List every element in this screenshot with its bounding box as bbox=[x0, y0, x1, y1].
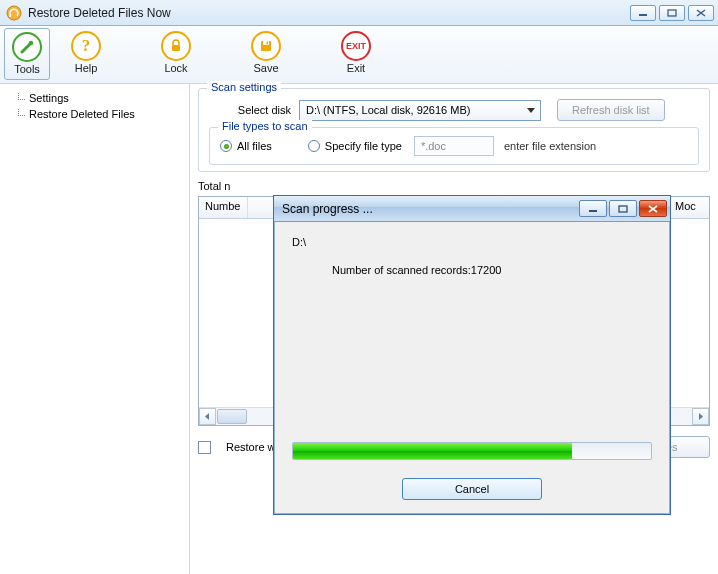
help-icon: ? bbox=[71, 31, 101, 61]
dialog-titlebar: Scan progress ... bbox=[274, 196, 670, 222]
all-files-radio[interactable] bbox=[220, 140, 232, 152]
progress-bar-fill bbox=[293, 443, 572, 459]
save-label: Save bbox=[242, 62, 290, 74]
help-button[interactable]: ? Help bbox=[62, 28, 110, 82]
tools-icon bbox=[12, 32, 42, 62]
restore-original-path-checkbox[interactable] bbox=[198, 441, 211, 454]
window-title: Restore Deleted Files Now bbox=[28, 6, 630, 20]
tools-label: Tools bbox=[5, 63, 49, 75]
svg-rect-4 bbox=[172, 45, 180, 51]
all-files-label: All files bbox=[237, 140, 272, 152]
scanning-path: D:\ bbox=[292, 236, 652, 248]
file-extension-hint: enter file extension bbox=[504, 140, 596, 152]
exit-button[interactable]: EXIT Exit bbox=[332, 28, 380, 82]
lock-icon bbox=[161, 31, 191, 61]
dialog-title: Scan progress ... bbox=[282, 202, 577, 216]
select-disk-value: D:\ (NTFS, Local disk, 92616 MB) bbox=[306, 104, 470, 116]
svg-rect-9 bbox=[619, 206, 627, 212]
tools-button[interactable]: Tools bbox=[4, 28, 50, 80]
svg-point-0 bbox=[7, 6, 21, 20]
progress-bar bbox=[292, 442, 652, 460]
dialog-body: D:\ Number of scanned records:17200 bbox=[274, 222, 670, 290]
select-disk-label: Select disk bbox=[209, 104, 299, 116]
file-extension-input[interactable]: *.doc bbox=[414, 136, 494, 156]
sidebar-item-settings[interactable]: Settings bbox=[4, 90, 185, 106]
lock-label: Lock bbox=[152, 62, 200, 74]
file-types-group: File types to scan All files Specify fil… bbox=[209, 127, 699, 165]
scroll-right-icon[interactable] bbox=[692, 408, 709, 425]
close-button[interactable] bbox=[688, 5, 714, 21]
scan-progress-dialog: Scan progress ... D:\ Number of scanned … bbox=[273, 195, 671, 515]
sidebar-item-label: Settings bbox=[29, 92, 69, 104]
select-disk-dropdown[interactable]: D:\ (NTFS, Local disk, 92616 MB) bbox=[299, 100, 541, 121]
specify-type-radio[interactable] bbox=[308, 140, 320, 152]
specify-type-label: Specify file type bbox=[325, 140, 402, 152]
svg-rect-1 bbox=[639, 14, 647, 16]
toolbar: Tools ? Help Lock Save EXIT Exit bbox=[0, 26, 718, 84]
scanned-records-line: Number of scanned records:17200 bbox=[292, 264, 652, 276]
svg-rect-7 bbox=[267, 42, 269, 45]
column-modified[interactable]: Moc bbox=[669, 197, 709, 218]
scan-settings-legend: Scan settings bbox=[207, 81, 281, 93]
lock-button[interactable]: Lock bbox=[152, 28, 200, 82]
svg-point-3 bbox=[29, 41, 34, 46]
svg-rect-2 bbox=[668, 10, 676, 16]
dialog-close-button[interactable] bbox=[639, 200, 667, 217]
file-types-legend: File types to scan bbox=[218, 120, 312, 132]
file-extension-placeholder: *.doc bbox=[421, 140, 446, 152]
cancel-button[interactable]: Cancel bbox=[402, 478, 542, 500]
sidebar: Settings Restore Deleted Files bbox=[0, 84, 190, 574]
exit-icon: EXIT bbox=[341, 31, 371, 61]
scan-settings-group: Scan settings Select disk D:\ (NTFS, Loc… bbox=[198, 88, 710, 172]
save-button[interactable]: Save bbox=[242, 28, 290, 82]
refresh-disk-button[interactable]: Refresh disk list bbox=[557, 99, 665, 121]
column-number[interactable]: Numbe bbox=[199, 197, 248, 218]
dialog-maximize-button[interactable] bbox=[609, 200, 637, 217]
svg-rect-8 bbox=[589, 210, 597, 212]
maximize-button[interactable] bbox=[659, 5, 685, 21]
scanned-records-label: Number of scanned records: bbox=[332, 264, 471, 276]
scanned-records-count: 17200 bbox=[471, 264, 502, 276]
scroll-left-icon[interactable] bbox=[199, 408, 216, 425]
dialog-minimize-button[interactable] bbox=[579, 200, 607, 217]
scroll-thumb[interactable] bbox=[217, 409, 247, 424]
save-icon bbox=[251, 31, 281, 61]
svg-rect-6 bbox=[263, 41, 269, 45]
total-count-label: Total n bbox=[198, 180, 710, 192]
sidebar-item-label: Restore Deleted Files bbox=[29, 108, 135, 120]
exit-label: Exit bbox=[332, 62, 380, 74]
sidebar-item-restore[interactable]: Restore Deleted Files bbox=[4, 106, 185, 122]
app-icon bbox=[6, 5, 22, 21]
titlebar: Restore Deleted Files Now bbox=[0, 0, 718, 26]
minimize-button[interactable] bbox=[630, 5, 656, 21]
help-label: Help bbox=[62, 62, 110, 74]
